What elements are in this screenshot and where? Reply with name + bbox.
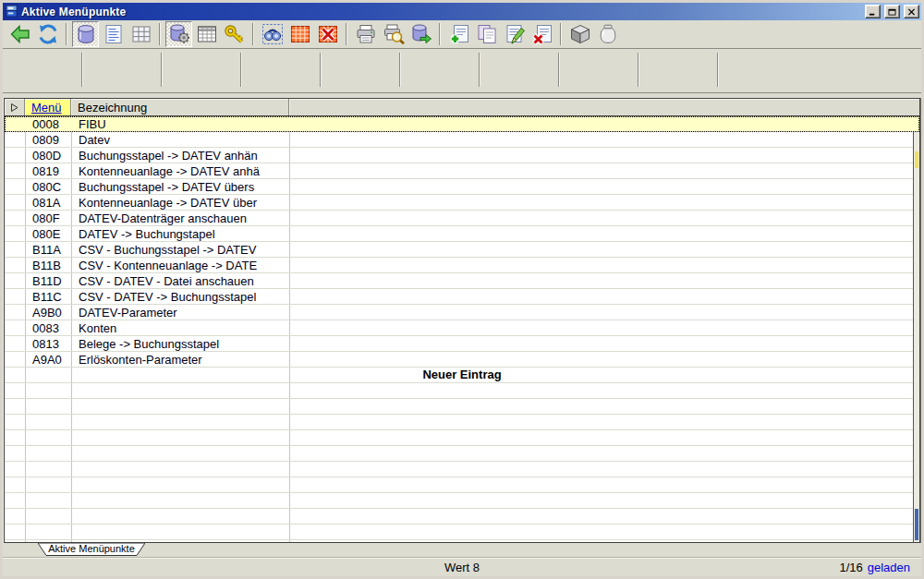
- row-selector-cell: [5, 258, 25, 272]
- cell-menu: 0809: [25, 132, 71, 147]
- back-button[interactable]: [6, 21, 33, 47]
- cell-menu: 080E: [25, 226, 71, 241]
- empty-row[interactable]: [5, 446, 919, 462]
- status-count: 1/16: [839, 561, 862, 574]
- cell-menu: 081A: [25, 195, 71, 210]
- app-window: Aktive Menüpunkte Menü Bezeichnung: [0, 0, 924, 579]
- table-row[interactable]: A9A0Erlöskonten-Parameter: [5, 352, 919, 368]
- table-row[interactable]: 0083Konten: [5, 320, 919, 336]
- status-center-text: Wert 8: [3, 561, 921, 574]
- table-row[interactable]: 0813Belege -> Buchungsstapel: [5, 336, 919, 352]
- table-row[interactable]: B11BCSV - Kontenneuanlage -> DATE: [5, 258, 919, 273]
- empty-row[interactable]: [5, 477, 919, 493]
- cell-bezeichnung: CSV - Buchungsstapel -> DATEV: [71, 242, 289, 257]
- database-icon: [75, 23, 97, 45]
- empty-row[interactable]: [5, 430, 919, 446]
- cell-bezeichnung: Datev: [71, 132, 289, 147]
- maximize-button[interactable]: [884, 5, 900, 18]
- table-row[interactable]: 0008FIBU: [5, 116, 919, 132]
- empty-row[interactable]: [5, 383, 919, 399]
- empty-row[interactable]: [5, 415, 919, 430]
- new-entry-row[interactable]: Neuer Eintrag: [5, 368, 919, 383]
- grid-header-row: Menü Bezeichnung: [5, 99, 919, 116]
- table-row[interactable]: 080FDATEV-Datenträger anschauen: [5, 211, 919, 226]
- toolbar: [3, 20, 921, 49]
- cell-bezeichnung: Kontenneuanlage -> DATEV anhä: [71, 163, 289, 178]
- column-header-bezeichnung[interactable]: Bezeichnung: [71, 99, 289, 115]
- search-button[interactable]: [259, 21, 286, 47]
- cell-menu: B11C: [25, 289, 71, 304]
- cell-bezeichnung: DATEV-Datenträger anschauen: [71, 211, 289, 225]
- grid-icon: [130, 23, 152, 45]
- row-selector-cell: [5, 148, 25, 163]
- cell-bezeichnung: DATEV -> Buchungstapel: [71, 226, 289, 241]
- database-button[interactable]: [72, 21, 99, 47]
- key-button[interactable]: [221, 21, 248, 47]
- jar-button[interactable]: [594, 21, 621, 47]
- cube-button[interactable]: [566, 21, 593, 47]
- tab-label: Aktive Menüpunkte: [38, 543, 145, 555]
- close-button[interactable]: [904, 5, 919, 18]
- table-clear-button[interactable]: [314, 21, 341, 47]
- table-view-button[interactable]: [193, 21, 220, 47]
- row-edit-icon: [504, 23, 526, 45]
- table-row[interactable]: 080CBuchungsstapel -> DATEV übers: [5, 179, 919, 195]
- toolbar-separator: [252, 23, 254, 45]
- table-row[interactable]: 080EDATEV -> Buchungstapel: [5, 226, 919, 242]
- table-row[interactable]: B11DCSV - DATEV - Datei anschauen: [5, 273, 919, 289]
- copy-record-button[interactable]: [473, 21, 500, 47]
- row-selector-cell: [5, 195, 25, 210]
- button-strip-separator: [638, 53, 639, 87]
- cell-menu: 080D: [25, 148, 71, 163]
- notes-button[interactable]: [100, 21, 127, 47]
- toolbar-separator: [439, 23, 441, 45]
- status-loaded-text[interactable]: geladen: [868, 561, 910, 574]
- refresh-button[interactable]: [34, 21, 61, 47]
- print-preview-button[interactable]: [380, 21, 407, 47]
- table-row[interactable]: B11ACSV - Buchungsstapel -> DATEV: [5, 242, 919, 258]
- empty-row[interactable]: [5, 493, 919, 509]
- cell-bezeichnung: Erlöskonten-Parameter: [71, 352, 289, 367]
- refresh-icon: [37, 23, 59, 45]
- scroll-indicator-strip[interactable]: [913, 116, 919, 542]
- table-fill-button[interactable]: [286, 21, 313, 47]
- database-settings-button[interactable]: [165, 21, 192, 47]
- table-row[interactable]: B11CCSV - DATEV -> Buchungsstapel: [5, 289, 919, 305]
- table-row[interactable]: 081AKontenneuanlage -> DATEV über: [5, 195, 919, 211]
- row-selector-cell: [5, 211, 25, 225]
- print-button[interactable]: [352, 21, 379, 47]
- cell-bezeichnung: Kontenneuanlage -> DATEV über: [71, 195, 289, 210]
- notes-icon: [103, 23, 125, 45]
- window-title: Aktive Menüpunkte: [21, 6, 861, 18]
- tab-aktive-menuepunkte[interactable]: Aktive Menüpunkte: [38, 543, 145, 556]
- row-selector-cell: [5, 242, 25, 257]
- data-grid: Menü Bezeichnung 0008FIBU0809Datev080DBu…: [4, 98, 920, 543]
- cell-bezeichnung: FIBU: [71, 116, 289, 131]
- database-export-button[interactable]: [407, 21, 434, 47]
- edit-record-button[interactable]: [501, 21, 528, 47]
- table-icon: [196, 23, 218, 45]
- empty-row[interactable]: [5, 525, 919, 540]
- table-row[interactable]: A9B0DATEV-Parameter: [5, 305, 919, 320]
- empty-row[interactable]: [5, 462, 919, 477]
- empty-row[interactable]: [5, 399, 919, 415]
- table-row[interactable]: 0819Kontenneuanlage -> DATEV anhä: [5, 163, 919, 179]
- row-selector-cell: [5, 116, 25, 131]
- column-header-menu[interactable]: Menü: [25, 99, 71, 115]
- button-strip-separator: [320, 53, 322, 87]
- toolbar-separator: [66, 23, 67, 45]
- row-selector-cell: [5, 352, 25, 367]
- minimize-button[interactable]: [865, 5, 881, 18]
- database-gear-icon: [168, 23, 190, 45]
- empty-row[interactable]: [5, 509, 919, 525]
- button-strip-separator: [717, 53, 719, 87]
- grid-view-button[interactable]: [128, 21, 154, 47]
- table-orange-icon: [289, 23, 311, 45]
- new-record-button[interactable]: [445, 21, 472, 47]
- cell-bezeichnung: Belege -> Buchungsstapel: [71, 336, 289, 351]
- table-row[interactable]: 080DBuchungsstapel -> DATEV anhän: [5, 148, 919, 163]
- cell-menu: B11D: [25, 273, 71, 288]
- empty-row[interactable]: [5, 540, 919, 542]
- table-row[interactable]: 0809Datev: [5, 132, 919, 148]
- delete-record-button[interactable]: [529, 21, 555, 47]
